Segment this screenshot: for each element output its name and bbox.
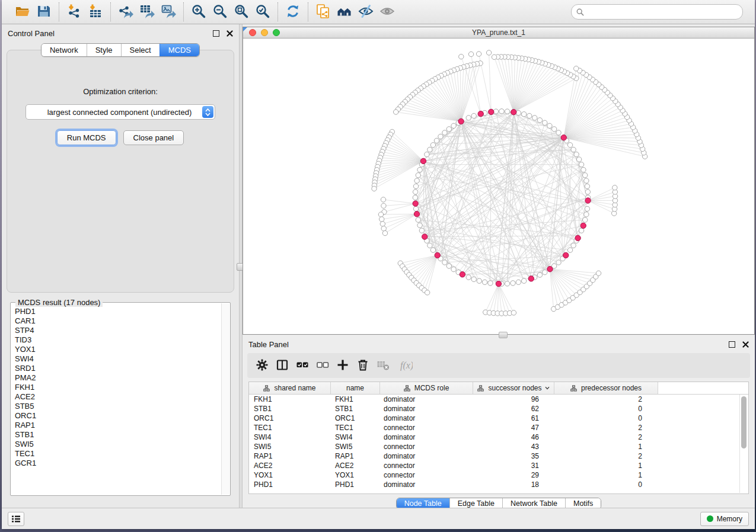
table-row[interactable]: ORC1ORC1dominator610 [249, 414, 748, 423]
network-node[interactable] [372, 186, 377, 191]
network-node[interactable] [430, 143, 435, 148]
close-table-panel-button[interactable] [742, 341, 749, 348]
network-node[interactable] [459, 54, 464, 59]
mcds-result-item[interactable]: TID3 [15, 335, 222, 345]
mcds-result-item[interactable]: PMA2 [15, 373, 222, 383]
network-node[interactable] [585, 206, 589, 211]
zoom-selected-button[interactable] [252, 2, 273, 22]
close-panel-action-button[interactable]: Close panel [123, 130, 184, 145]
export-image-button[interactable] [158, 2, 179, 22]
mcds-result-item[interactable]: SWI4 [15, 354, 222, 364]
mcds-result-item[interactable]: ACE2 [15, 392, 222, 402]
float-panel-button[interactable] [213, 30, 219, 37]
network-node[interactable] [571, 147, 576, 152]
mcds-result-item[interactable]: RAP1 [15, 421, 222, 430]
window-close-button[interactable] [249, 29, 256, 36]
refresh-button[interactable] [282, 2, 304, 22]
mcds-hub-node[interactable] [478, 111, 483, 116]
mcds-result-item[interactable]: YOX1 [15, 345, 222, 354]
hide-selected-button[interactable] [355, 2, 377, 22]
mcds-hub-node[interactable] [489, 109, 494, 114]
export-table-button[interactable] [136, 2, 158, 22]
network-node[interactable] [582, 173, 587, 178]
mcds-result-item[interactable]: GCR1 [15, 459, 222, 468]
network-node[interactable] [477, 278, 481, 283]
network-node[interactable] [393, 110, 398, 114]
network-node[interactable] [382, 230, 387, 235]
horizontal-splitter[interactable] [243, 335, 755, 336]
table-row[interactable]: YOX1YOX1connector291 [249, 470, 748, 480]
network-node[interactable] [585, 184, 589, 188]
column-header-MCDS-role[interactable]: MCDS role [380, 382, 473, 394]
network-node[interactable] [434, 138, 439, 143]
network-node[interactable] [425, 152, 429, 156]
table-row[interactable]: RAP1RAP1dominator352 [249, 451, 748, 461]
open-session-button[interactable] [12, 2, 33, 22]
network-node[interactable] [416, 217, 420, 222]
network-node[interactable] [581, 167, 586, 172]
clone-network-button[interactable] [312, 2, 334, 22]
horizontal-splitter-handle[interactable] [499, 332, 508, 338]
mcds-hub-node[interactable] [528, 276, 534, 281]
split-panel-button[interactable] [272, 355, 292, 376]
zoom-in-button[interactable] [188, 2, 209, 22]
network-node[interactable] [532, 116, 537, 120]
mcds-result-item[interactable]: STB1 [15, 430, 222, 440]
network-node[interactable] [379, 217, 384, 222]
mcds-hub-node[interactable] [460, 272, 465, 277]
mcds-hub-node[interactable] [563, 252, 569, 258]
mcds-result-scrollbar[interactable] [221, 303, 229, 495]
table-row[interactable]: FKH1FKH1dominator962 [249, 395, 748, 404]
column-header-shared-name[interactable]: shared name [249, 382, 331, 394]
network-node[interactable] [446, 127, 451, 132]
network-node[interactable] [492, 55, 496, 59]
network-node[interactable] [486, 50, 491, 55]
network-node[interactable] [511, 281, 515, 286]
table-row[interactable]: ACE2ACE2connector311 [249, 461, 748, 470]
network-node[interactable] [476, 52, 481, 56]
network-node[interactable] [521, 278, 526, 283]
mcds-result-item[interactable]: SWI5 [15, 440, 222, 449]
column-header-name[interactable]: name [331, 382, 380, 394]
network-node[interactable] [505, 281, 509, 286]
network-node[interactable] [574, 66, 579, 71]
table-row[interactable]: TEC1TEC1connector472 [249, 423, 748, 432]
unselect-all-button[interactable] [312, 355, 333, 376]
tab-style[interactable]: Style [87, 44, 121, 56]
network-node[interactable] [381, 197, 385, 202]
network-node[interactable] [381, 226, 386, 231]
window-minimize-button[interactable] [261, 29, 268, 36]
settings-button[interactable] [252, 355, 272, 376]
network-node[interactable] [579, 228, 583, 233]
mcds-hub-node[interactable] [435, 252, 440, 258]
network-node[interactable] [466, 275, 471, 280]
network-node[interactable] [537, 118, 542, 123]
network-node[interactable] [584, 178, 589, 183]
mcds-hub-node[interactable] [458, 118, 464, 124]
zoom-fit-button[interactable] [231, 2, 252, 22]
window-zoom-button[interactable] [273, 29, 280, 36]
network-node[interactable] [576, 157, 581, 162]
float-table-panel-button[interactable] [729, 341, 735, 348]
network-node[interactable] [482, 280, 487, 284]
mcds-hub-node[interactable] [561, 135, 566, 140]
table-row[interactable]: STB1STB1dominator620 [249, 404, 748, 414]
network-node[interactable] [613, 185, 617, 190]
mcds-hub-node[interactable] [575, 235, 580, 241]
show-all-button[interactable] [334, 2, 355, 22]
network-node[interactable] [516, 110, 521, 115]
network-node[interactable] [505, 109, 509, 114]
network-node[interactable] [419, 228, 424, 233]
export-network-button[interactable] [115, 2, 136, 22]
network-node[interactable] [556, 260, 561, 265]
add-button[interactable] [333, 355, 353, 376]
table-scrollbar[interactable] [739, 395, 748, 493]
network-node[interactable] [527, 113, 532, 118]
task-history-button[interactable] [8, 512, 24, 526]
table-row[interactable]: PHD1PHD1dominator180 [249, 480, 748, 489]
network-node[interactable] [579, 162, 583, 167]
column-header-successor-nodes[interactable]: successor nodes [473, 382, 554, 394]
mcds-result-item[interactable]: STP4 [15, 326, 222, 335]
network-node[interactable] [442, 260, 447, 265]
mcds-hub-node[interactable] [580, 223, 586, 228]
